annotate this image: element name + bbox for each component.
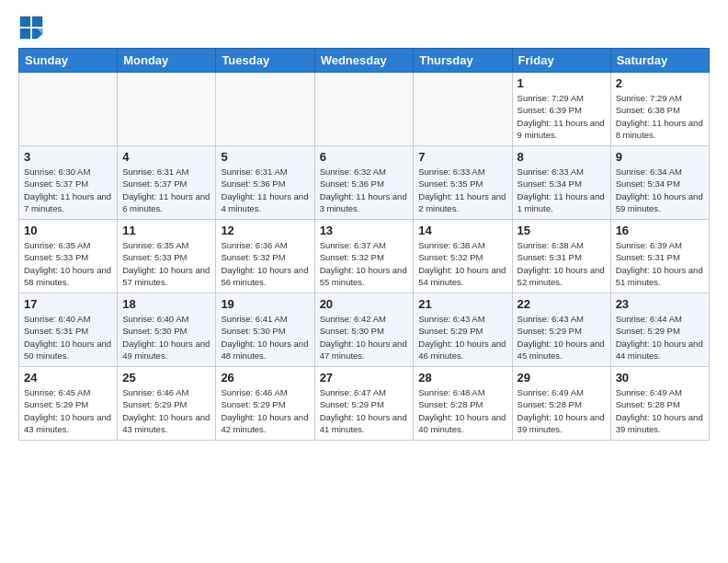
calendar-cell: 11Sunrise: 6:35 AM Sunset: 5:33 PM Dayli… [118, 220, 216, 293]
calendar-cell: 19Sunrise: 6:41 AM Sunset: 5:30 PM Dayli… [216, 293, 314, 367]
calendar-cell: 6Sunrise: 6:32 AM Sunset: 5:36 PM Daylig… [314, 146, 414, 220]
day-number: 14 [418, 224, 506, 237]
day-info: Sunrise: 7:29 AM Sunset: 6:39 PM Dayligh… [518, 92, 606, 141]
day-number: 16 [616, 224, 704, 237]
day-info: Sunrise: 7:29 AM Sunset: 6:38 PM Dayligh… [616, 92, 704, 141]
day-info: Sunrise: 6:44 AM Sunset: 5:29 PM Dayligh… [616, 313, 704, 362]
day-info: Sunrise: 6:40 AM Sunset: 5:31 PM Dayligh… [24, 313, 112, 362]
day-number: 20 [320, 297, 409, 311]
day-number: 13 [320, 224, 409, 237]
logo [18, 15, 48, 40]
calendar-cell: 5Sunrise: 6:31 AM Sunset: 5:36 PM Daylig… [216, 146, 314, 220]
day-info: Sunrise: 6:35 AM Sunset: 5:33 PM Dayligh… [122, 239, 210, 288]
calendar-cell: 28Sunrise: 6:48 AM Sunset: 5:28 PM Dayli… [414, 367, 512, 441]
calendar-cell [118, 73, 216, 146]
calendar-cell: 4Sunrise: 6:31 AM Sunset: 5:37 PM Daylig… [118, 146, 216, 220]
day-info: Sunrise: 6:43 AM Sunset: 5:29 PM Dayligh… [418, 313, 506, 362]
day-number: 9 [616, 150, 704, 164]
day-info: Sunrise: 6:33 AM Sunset: 5:35 PM Dayligh… [418, 166, 506, 214]
col-header-tuesday: Tuesday [216, 49, 314, 73]
calendar-cell: 15Sunrise: 6:38 AM Sunset: 5:31 PM Dayli… [512, 220, 610, 293]
logo-icon [18, 15, 44, 40]
day-number: 19 [221, 297, 309, 311]
calendar-cell: 27Sunrise: 6:47 AM Sunset: 5:29 PM Dayli… [314, 367, 414, 441]
calendar-header-row: SundayMondayTuesdayWednesdayThursdayFrid… [19, 49, 710, 73]
day-info: Sunrise: 6:49 AM Sunset: 5:28 PM Dayligh… [518, 386, 606, 435]
calendar-cell [19, 73, 118, 146]
day-number: 18 [122, 297, 210, 311]
day-number: 22 [518, 297, 606, 311]
day-info: Sunrise: 6:36 AM Sunset: 5:32 PM Dayligh… [221, 239, 309, 288]
day-info: Sunrise: 6:49 AM Sunset: 5:28 PM Dayligh… [616, 386, 704, 435]
calendar-week-row: 10Sunrise: 6:35 AM Sunset: 5:33 PM Dayli… [19, 220, 710, 293]
day-number: 17 [24, 297, 112, 311]
day-info: Sunrise: 6:38 AM Sunset: 5:31 PM Dayligh… [518, 239, 606, 288]
col-header-monday: Monday [118, 49, 216, 73]
calendar-cell: 2Sunrise: 7:29 AM Sunset: 6:38 PM Daylig… [610, 73, 709, 146]
day-info: Sunrise: 6:46 AM Sunset: 5:29 PM Dayligh… [122, 386, 210, 435]
page-header [18, 15, 710, 40]
day-number: 28 [418, 371, 506, 385]
day-info: Sunrise: 6:35 AM Sunset: 5:33 PM Dayligh… [24, 239, 112, 288]
calendar-cell: 16Sunrise: 6:39 AM Sunset: 5:31 PM Dayli… [610, 220, 709, 293]
day-info: Sunrise: 6:31 AM Sunset: 5:37 PM Dayligh… [122, 166, 210, 214]
calendar-week-row: 1Sunrise: 7:29 AM Sunset: 6:39 PM Daylig… [19, 73, 710, 146]
day-number: 29 [518, 371, 606, 385]
calendar-cell: 24Sunrise: 6:45 AM Sunset: 5:29 PM Dayli… [19, 367, 118, 441]
svg-rect-0 [20, 17, 30, 27]
calendar-cell: 12Sunrise: 6:36 AM Sunset: 5:32 PM Dayli… [216, 220, 314, 293]
calendar-table: SundayMondayTuesdayWednesdayThursdayFrid… [18, 48, 710, 441]
calendar-cell: 9Sunrise: 6:34 AM Sunset: 5:34 PM Daylig… [610, 146, 709, 220]
calendar-cell: 10Sunrise: 6:35 AM Sunset: 5:33 PM Dayli… [19, 220, 118, 293]
day-number: 8 [518, 150, 606, 164]
day-info: Sunrise: 6:43 AM Sunset: 5:29 PM Dayligh… [518, 313, 606, 362]
calendar-cell [314, 73, 414, 146]
day-number: 27 [320, 371, 409, 385]
calendar-cell: 22Sunrise: 6:43 AM Sunset: 5:29 PM Dayli… [512, 293, 610, 367]
svg-rect-1 [32, 17, 42, 27]
day-number: 24 [24, 371, 112, 385]
day-number: 6 [320, 150, 409, 164]
day-info: Sunrise: 6:41 AM Sunset: 5:30 PM Dayligh… [221, 313, 309, 362]
calendar-cell: 20Sunrise: 6:42 AM Sunset: 5:30 PM Dayli… [314, 293, 414, 367]
calendar-cell: 21Sunrise: 6:43 AM Sunset: 5:29 PM Dayli… [414, 293, 512, 367]
col-header-friday: Friday [512, 49, 610, 73]
day-number: 26 [221, 371, 309, 385]
calendar-cell: 8Sunrise: 6:33 AM Sunset: 5:34 PM Daylig… [512, 146, 610, 220]
day-number: 7 [418, 150, 506, 164]
calendar-cell: 30Sunrise: 6:49 AM Sunset: 5:28 PM Dayli… [610, 367, 709, 441]
calendar-cell [414, 73, 512, 146]
day-info: Sunrise: 6:32 AM Sunset: 5:36 PM Dayligh… [320, 166, 409, 214]
day-info: Sunrise: 6:46 AM Sunset: 5:29 PM Dayligh… [221, 386, 309, 435]
calendar-cell: 3Sunrise: 6:30 AM Sunset: 5:37 PM Daylig… [19, 146, 118, 220]
calendar-week-row: 3Sunrise: 6:30 AM Sunset: 5:37 PM Daylig… [19, 146, 710, 220]
calendar-cell: 13Sunrise: 6:37 AM Sunset: 5:32 PM Dayli… [314, 220, 414, 293]
day-info: Sunrise: 6:48 AM Sunset: 5:28 PM Dayligh… [418, 386, 506, 435]
calendar-cell: 14Sunrise: 6:38 AM Sunset: 5:32 PM Dayli… [414, 220, 512, 293]
day-number: 12 [221, 224, 309, 237]
day-number: 25 [122, 371, 210, 385]
day-number: 23 [616, 297, 704, 311]
day-info: Sunrise: 6:47 AM Sunset: 5:29 PM Dayligh… [320, 386, 409, 435]
day-number: 3 [24, 150, 112, 164]
calendar-cell [216, 73, 314, 146]
day-info: Sunrise: 6:34 AM Sunset: 5:34 PM Dayligh… [616, 166, 704, 214]
day-info: Sunrise: 6:45 AM Sunset: 5:29 PM Dayligh… [24, 386, 112, 435]
calendar-cell: 1Sunrise: 7:29 AM Sunset: 6:39 PM Daylig… [512, 73, 610, 146]
day-number: 5 [221, 150, 309, 164]
calendar-week-row: 17Sunrise: 6:40 AM Sunset: 5:31 PM Dayli… [19, 293, 710, 367]
day-number: 4 [122, 150, 210, 164]
calendar-cell: 25Sunrise: 6:46 AM Sunset: 5:29 PM Dayli… [118, 367, 216, 441]
calendar-cell: 17Sunrise: 6:40 AM Sunset: 5:31 PM Dayli… [19, 293, 118, 367]
day-info: Sunrise: 6:37 AM Sunset: 5:32 PM Dayligh… [320, 239, 409, 288]
day-info: Sunrise: 6:39 AM Sunset: 5:31 PM Dayligh… [616, 239, 704, 288]
calendar-cell: 23Sunrise: 6:44 AM Sunset: 5:29 PM Dayli… [610, 293, 709, 367]
day-number: 11 [122, 224, 210, 237]
calendar-cell: 18Sunrise: 6:40 AM Sunset: 5:30 PM Dayli… [118, 293, 216, 367]
calendar-cell: 26Sunrise: 6:46 AM Sunset: 5:29 PM Dayli… [216, 367, 314, 441]
calendar-week-row: 24Sunrise: 6:45 AM Sunset: 5:29 PM Dayli… [19, 367, 710, 441]
day-info: Sunrise: 6:38 AM Sunset: 5:32 PM Dayligh… [418, 239, 506, 288]
day-info: Sunrise: 6:31 AM Sunset: 5:36 PM Dayligh… [221, 166, 309, 214]
day-number: 1 [518, 76, 606, 90]
day-info: Sunrise: 6:42 AM Sunset: 5:30 PM Dayligh… [320, 313, 409, 362]
